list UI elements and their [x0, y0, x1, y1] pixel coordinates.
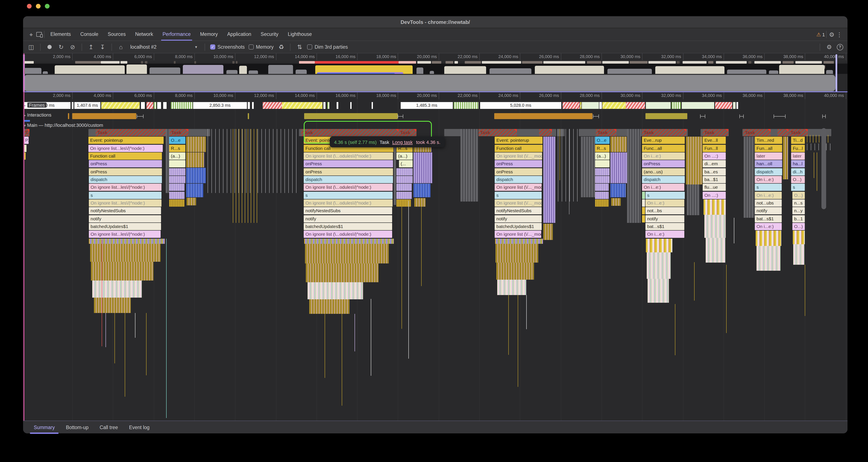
- frame-segment[interactable]: [147, 102, 153, 109]
- kebab-menu-icon[interactable]: ⋮: [836, 31, 843, 38]
- frame-segment[interactable]: [141, 102, 145, 109]
- frame-segment[interactable]: [372, 102, 373, 109]
- flame-bar[interactable]: onPress: [89, 168, 162, 175]
- flame-bar[interactable]: (a...): [396, 153, 413, 160]
- flame-bar[interactable]: Tim...red: [755, 137, 782, 144]
- tab-lighthouse[interactable]: Lighthouse: [283, 28, 316, 40]
- flame-bar[interactable]: Task: [642, 129, 686, 136]
- flame-bar[interactable]: s: [755, 184, 782, 191]
- main-track-label[interactable]: ▾Main — http://localhost:3000/custom: [24, 123, 103, 128]
- tab-memory[interactable]: Memory: [195, 28, 222, 40]
- flame-bar[interactable]: [595, 184, 609, 191]
- memory-checkbox[interactable]: Memory: [249, 44, 274, 50]
- flame-bar[interactable]: Task: [96, 129, 168, 136]
- tab-network[interactable]: Network: [130, 28, 158, 40]
- flame-bar[interactable]: b...1: [793, 215, 805, 223]
- flame-bar[interactable]: O...e: [595, 137, 610, 144]
- frame-segment[interactable]: 1,407.6 ms: [74, 102, 100, 109]
- flame-bar[interactable]: On i...e:): [755, 223, 782, 230]
- interaction-bar[interactable]: [494, 113, 592, 119]
- device-toolbar-icon[interactable]: [35, 31, 43, 38]
- record-icon[interactable]: [46, 43, 53, 51]
- frames-track-label[interactable]: ▸Frames: [24, 102, 46, 108]
- flame-bar[interactable]: s: [646, 192, 685, 199]
- interaction-bar[interactable]: [68, 113, 69, 119]
- flame-bar[interactable]: Fu...l: [791, 145, 805, 152]
- flame-bar[interactable]: bat...s$1: [646, 223, 684, 230]
- flame-bar[interactable]: On ignore list (\/..._modules\/|^node:): [495, 231, 541, 238]
- help-icon[interactable]: ?: [837, 44, 843, 50]
- reload-and-record-icon[interactable]: ↻: [57, 43, 65, 51]
- flame-bar[interactable]: s: [791, 184, 805, 191]
- flame-bar[interactable]: On ignore list...les\/|^node:): [88, 145, 163, 152]
- flame-bar[interactable]: R...s: [595, 145, 610, 152]
- flame-bar[interactable]: On ignore list (\...odules\/|^node:): [304, 184, 393, 191]
- details-tab-bottom-up[interactable]: Bottom-up: [60, 421, 94, 434]
- flame-bar[interactable]: On i...e:): [642, 153, 685, 160]
- flame-bar[interactable]: ha...l: [791, 160, 805, 167]
- flame-bar[interactable]: Eve...rup: [642, 137, 685, 144]
- flame-bar[interactable]: On ignore list...les\/|^node:): [89, 184, 161, 191]
- inspect-icon[interactable]: ⌖: [27, 31, 35, 38]
- flame-bar[interactable]: batchedUpdates$1: [495, 223, 541, 230]
- frame-segment[interactable]: [72, 102, 73, 109]
- flame-bar[interactable]: (a...): [595, 153, 610, 160]
- overview-right-handle[interactable]: [836, 54, 837, 92]
- flame-bar[interactable]: Task: [596, 129, 616, 136]
- flame-bar[interactable]: On i...e:): [642, 184, 684, 191]
- flame-bar[interactable]: [642, 207, 645, 214]
- frame-segment[interactable]: [282, 102, 322, 109]
- frame-segment[interactable]: [337, 102, 338, 109]
- flame-bar[interactable]: [595, 192, 609, 199]
- collect-garbage-icon[interactable]: ♻: [277, 43, 285, 51]
- flame-bar[interactable]: s: [89, 192, 161, 199]
- frame-segment[interactable]: [157, 102, 161, 109]
- history-dropdown[interactable]: localhost #2 ▼: [129, 44, 199, 50]
- flame-bar[interactable]: [642, 199, 645, 207]
- flame-bar[interactable]: bat...s$1: [755, 215, 782, 223]
- flame-bar[interactable]: On i...e:): [755, 176, 782, 183]
- flame-bar[interactable]: Fun...ll: [703, 145, 726, 152]
- tab-elements[interactable]: Elements: [46, 28, 75, 40]
- tab-sources[interactable]: Sources: [103, 28, 130, 40]
- flame-bar[interactable]: T...: [24, 129, 29, 136]
- flame-bar[interactable]: On ignore list (\...odules\/|^node:): [304, 153, 393, 160]
- flame-bar[interactable]: (ano...us): [642, 168, 685, 175]
- frame-segment[interactable]: [263, 102, 282, 109]
- flame-bar[interactable]: ba...es: [703, 168, 726, 175]
- flame-bar[interactable]: onPress: [495, 168, 542, 175]
- frame-segment[interactable]: [733, 102, 736, 109]
- flame-bar[interactable]: Event: pointerup: [495, 137, 542, 144]
- warning-badge[interactable]: ⚠1: [816, 31, 825, 37]
- maximize-window-button[interactable]: [45, 4, 50, 8]
- frame-segment[interactable]: [580, 102, 581, 109]
- flame-bar[interactable]: [88, 129, 96, 136]
- flame-bar[interactable]: dispatch: [495, 176, 542, 183]
- flame-bar[interactable]: On ignore list (\/..._modules\/|^node:): [495, 153, 542, 160]
- tab-console[interactable]: Console: [75, 28, 103, 40]
- flame-bar[interactable]: [169, 184, 185, 191]
- frame-segment[interactable]: [602, 102, 626, 109]
- interactions-track-label[interactable]: ▸Interactions: [24, 112, 52, 118]
- interaction-bar[interactable]: [646, 113, 687, 119]
- details-tab-call-tree[interactable]: Call tree: [94, 421, 124, 434]
- frame-segment[interactable]: [626, 102, 645, 109]
- dim-3rd-parties-checkbox[interactable]: Dim 3rd parties: [307, 44, 348, 50]
- flame-bar[interactable]: notify: [755, 207, 782, 214]
- flame-bar[interactable]: [169, 192, 185, 199]
- long-task-link[interactable]: Long task: [392, 139, 413, 144]
- frame-segment[interactable]: 2,850.3 ms: [193, 102, 247, 109]
- flame-bar[interactable]: di...h: [791, 168, 805, 175]
- flame-bar[interactable]: Task: [743, 129, 771, 136]
- flame-bar[interactable]: Func...all: [642, 145, 685, 152]
- capture-settings-gear-icon[interactable]: ⚙: [825, 43, 833, 51]
- flame-bar[interactable]: On ignore list (\...odules\/|^node:): [304, 199, 393, 207]
- flame-bar[interactable]: On i...e:): [755, 192, 782, 199]
- flame-bar[interactable]: Task: [478, 129, 517, 136]
- flame-bar[interactable]: [642, 215, 645, 223]
- interaction-bar[interactable]: [248, 113, 249, 119]
- frame-segment[interactable]: [599, 102, 602, 109]
- vertical-scrollbar-thumb[interactable]: [822, 128, 826, 209]
- flame-bar[interactable]: s: [304, 192, 393, 199]
- frame-segment[interactable]: [154, 102, 156, 109]
